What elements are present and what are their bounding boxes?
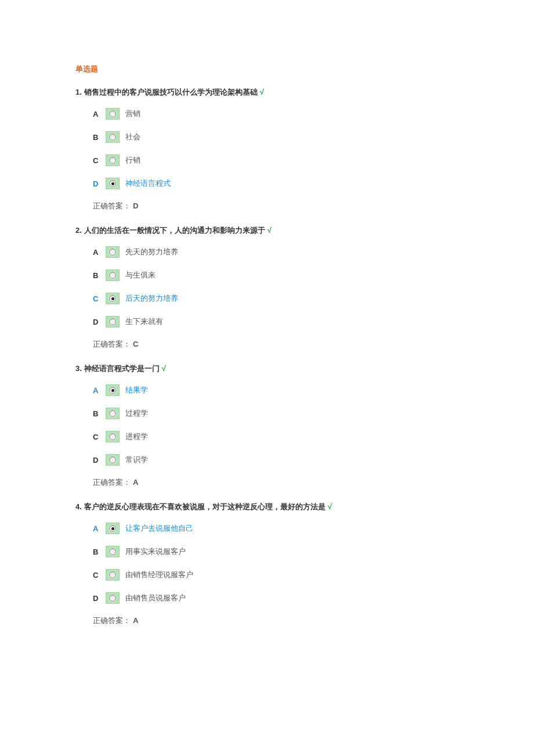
question: 2.人们的生活在一般情况下，人的沟通力和影响力来源于√A先天的努力培养B与生俱来…: [75, 225, 534, 350]
option-row[interactable]: B社会: [93, 131, 534, 143]
radio-dot-icon: [111, 297, 114, 300]
question-line: 4.客户的逆反心理表现在不喜欢被说服，对于这种逆反心理，最好的方法是√: [75, 502, 534, 512]
answer-line: 正确答案：C: [75, 339, 534, 350]
radio-button[interactable]: [106, 154, 120, 166]
radio-icon: [109, 318, 116, 325]
option-list: A结果学B过程学C进程学D常识学: [75, 384, 534, 466]
question-text: 神经语言程式学是一门: [84, 364, 160, 373]
question-number: 3.: [75, 364, 82, 373]
radio-icon: [109, 525, 116, 532]
question: 4.客户的逆反心理表现在不喜欢被说服，对于这种逆反心理，最好的方法是√A让客户去…: [75, 502, 534, 626]
section-title: 单选题: [75, 64, 534, 74]
check-icon: √: [328, 502, 332, 511]
option-row[interactable]: D常识学: [93, 454, 534, 466]
option-row[interactable]: D由销售员说服客户: [93, 592, 534, 604]
answer-line: 正确答案：D: [75, 201, 534, 211]
radio-button[interactable]: [106, 546, 120, 557]
option-text: 由销售员说服客户: [125, 593, 186, 603]
option-text: 行销: [125, 155, 140, 165]
radio-dot-icon: [111, 182, 114, 185]
question-line: 3.神经语言程式学是一门√: [75, 363, 534, 374]
question-number: 2.: [75, 226, 82, 235]
option-letter: A: [93, 524, 102, 533]
option-list: A先天的努力培养B与生俱来C后天的努力培养D生下来就有: [75, 246, 534, 327]
option-text: 与生俱来: [125, 270, 156, 280]
option-row[interactable]: D神经语言程式: [93, 178, 534, 189]
radio-button[interactable]: [106, 408, 120, 419]
option-letter: D: [93, 179, 102, 188]
answer-label: 正确答案：: [93, 478, 131, 487]
option-letter: C: [93, 156, 102, 165]
option-text: 由销售经理说服客户: [125, 570, 193, 580]
option-text: 后天的努力培养: [125, 293, 178, 304]
option-text: 结果学: [125, 385, 148, 395]
option-row[interactable]: A营销: [93, 108, 534, 120]
option-list: A营销B社会C行销D神经语言程式: [75, 108, 534, 189]
radio-button[interactable]: [106, 592, 120, 604]
check-icon: √: [268, 226, 272, 235]
option-row[interactable]: A先天的努力培养: [93, 246, 534, 258]
option-letter: A: [93, 386, 102, 395]
radio-icon: [109, 272, 116, 279]
radio-button[interactable]: [106, 316, 120, 327]
question: 3.神经语言程式学是一门√A结果学B过程学C进程学D常识学正确答案：A: [75, 363, 534, 488]
radio-button[interactable]: [106, 454, 120, 466]
option-text: 进程学: [125, 431, 148, 442]
radio-icon: [109, 295, 116, 302]
option-row[interactable]: C后天的努力培养: [93, 293, 534, 304]
radio-icon: [109, 134, 116, 141]
option-letter: D: [93, 594, 102, 603]
option-letter: C: [93, 294, 102, 303]
radio-icon: [109, 548, 116, 555]
radio-icon: [109, 387, 116, 394]
question-text: 人们的生活在一般情况下，人的沟通力和影响力来源于: [84, 226, 265, 235]
answer-value: C: [133, 340, 138, 348]
option-letter: D: [93, 456, 102, 465]
option-row[interactable]: B用事实来说服客户: [93, 546, 534, 557]
radio-icon: [109, 433, 116, 440]
radio-dot-icon: [111, 527, 114, 530]
radio-button[interactable]: [106, 523, 120, 534]
radio-icon: [109, 456, 116, 463]
option-row[interactable]: D生下来就有: [93, 316, 534, 327]
option-row[interactable]: C行销: [93, 154, 534, 166]
radio-button[interactable]: [106, 569, 120, 581]
radio-icon: [109, 595, 116, 602]
radio-icon: [109, 571, 116, 578]
option-row[interactable]: C由销售经理说服客户: [93, 569, 534, 581]
radio-button[interactable]: [106, 246, 120, 258]
option-row[interactable]: C进程学: [93, 431, 534, 442]
answer-value: A: [133, 616, 138, 625]
radio-button[interactable]: [106, 131, 120, 143]
question-number: 1.: [75, 88, 82, 96]
radio-button[interactable]: [106, 108, 120, 120]
question-number: 4.: [75, 502, 82, 511]
radio-icon: [109, 249, 116, 255]
question-list: 1.销售过程中的客户说服技巧以什么学为理论架构基础√A营销B社会C行销D神经语言…: [75, 87, 534, 626]
option-letter: B: [93, 133, 102, 142]
question: 1.销售过程中的客户说服技巧以什么学为理论架构基础√A营销B社会C行销D神经语言…: [75, 87, 534, 211]
radio-button[interactable]: [106, 384, 120, 396]
option-row[interactable]: A结果学: [93, 384, 534, 396]
answer-label: 正确答案：: [93, 201, 131, 210]
radio-button[interactable]: [106, 293, 120, 304]
option-row[interactable]: B与生俱来: [93, 269, 534, 281]
option-letter: B: [93, 271, 102, 280]
check-icon: √: [162, 364, 166, 373]
check-icon: √: [260, 88, 264, 96]
question-text: 客户的逆反心理表现在不喜欢被说服，对于这种逆反心理，最好的方法是: [84, 502, 326, 511]
radio-dot-icon: [111, 389, 114, 392]
option-row[interactable]: A让客户去说服他自己: [93, 523, 534, 534]
radio-button[interactable]: [106, 269, 120, 281]
answer-value: A: [133, 478, 138, 487]
option-list: A让客户去说服他自己B用事实来说服客户C由销售经理说服客户D由销售员说服客户: [75, 523, 534, 604]
radio-button[interactable]: [106, 431, 120, 442]
answer-value: D: [133, 201, 138, 210]
option-letter: B: [93, 548, 102, 556]
option-text: 神经语言程式: [125, 178, 171, 189]
option-letter: C: [93, 433, 102, 441]
option-text: 营销: [125, 109, 140, 119]
radio-button[interactable]: [106, 178, 120, 189]
option-row[interactable]: B过程学: [93, 408, 534, 419]
option-letter: D: [93, 318, 102, 326]
